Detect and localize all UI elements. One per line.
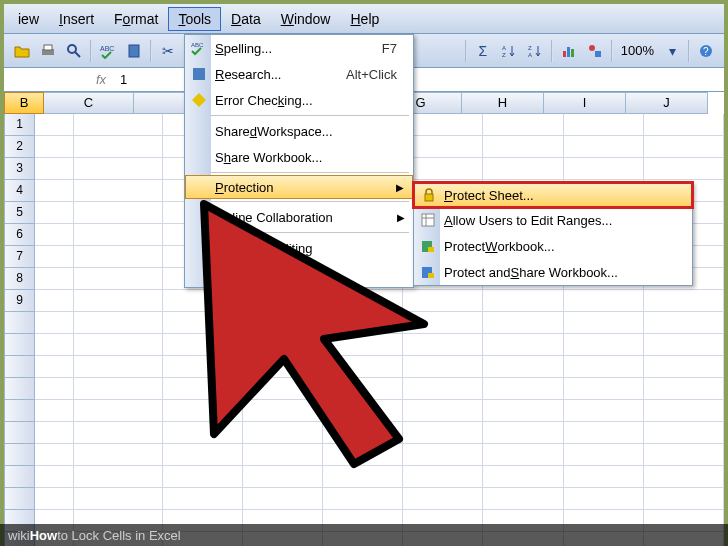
cell[interactable] <box>74 246 162 268</box>
cell[interactable] <box>403 356 483 378</box>
cell[interactable] <box>74 488 162 510</box>
cell[interactable] <box>564 444 644 466</box>
cell[interactable] <box>35 356 74 378</box>
menu-research[interactable]: Research...Alt+Click <box>185 61 413 87</box>
menu-customize[interactable]: Customize... <box>185 261 413 287</box>
menu-online-collaboration[interactable]: Online Collaboration▶ <box>185 204 413 230</box>
menu-protect-sheet[interactable]: Protect Sheet... <box>414 183 692 207</box>
cell[interactable] <box>35 114 74 136</box>
row-header[interactable] <box>4 400 35 422</box>
cell[interactable] <box>323 400 403 422</box>
cell[interactable] <box>163 356 243 378</box>
zoom-value[interactable]: 100% <box>617 43 658 58</box>
column-header-h[interactable]: H <box>462 92 544 114</box>
cell[interactable] <box>483 158 563 180</box>
cell[interactable] <box>243 378 323 400</box>
cell[interactable] <box>483 378 563 400</box>
cell[interactable] <box>243 488 323 510</box>
cell[interactable] <box>243 466 323 488</box>
cell[interactable] <box>163 334 243 356</box>
cell[interactable] <box>35 378 74 400</box>
row-header[interactable]: 4 <box>4 180 35 202</box>
cell[interactable] <box>483 488 563 510</box>
cell[interactable] <box>564 312 644 334</box>
menu-shared-workspace[interactable]: Shared Workspace... <box>185 118 413 144</box>
cell[interactable] <box>403 136 483 158</box>
cell[interactable] <box>74 114 162 136</box>
cell[interactable] <box>403 158 483 180</box>
cell[interactable] <box>163 466 243 488</box>
cell[interactable] <box>163 444 243 466</box>
row-header[interactable]: 7 <box>4 246 35 268</box>
cell[interactable] <box>644 444 724 466</box>
cell[interactable] <box>564 466 644 488</box>
cell[interactable] <box>163 400 243 422</box>
row-header[interactable] <box>4 444 35 466</box>
cell[interactable] <box>644 488 724 510</box>
cell[interactable] <box>163 488 243 510</box>
search-icon[interactable] <box>62 39 86 63</box>
cell[interactable] <box>483 290 563 312</box>
cell[interactable] <box>644 114 724 136</box>
cell[interactable] <box>243 290 323 312</box>
cell[interactable] <box>483 356 563 378</box>
cell[interactable] <box>323 444 403 466</box>
row-header[interactable]: 3 <box>4 158 35 180</box>
formula-value[interactable]: 1 <box>114 72 127 87</box>
cell[interactable] <box>483 312 563 334</box>
cell[interactable] <box>483 422 563 444</box>
cell[interactable] <box>644 136 724 158</box>
cell[interactable] <box>35 400 74 422</box>
row-header[interactable] <box>4 334 35 356</box>
menu-protect-workbook[interactable]: Protect Workbook... <box>414 233 692 259</box>
cell[interactable] <box>74 202 162 224</box>
cell[interactable] <box>243 444 323 466</box>
cell[interactable] <box>644 422 724 444</box>
cell[interactable] <box>403 334 483 356</box>
cell[interactable] <box>403 444 483 466</box>
cell[interactable] <box>564 334 644 356</box>
cell[interactable] <box>323 290 403 312</box>
cell[interactable] <box>323 312 403 334</box>
cell[interactable] <box>483 444 563 466</box>
cell[interactable] <box>74 378 162 400</box>
column-header-c[interactable]: C <box>44 92 134 114</box>
cell[interactable] <box>564 488 644 510</box>
cell[interactable] <box>644 290 724 312</box>
row-header[interactable] <box>4 312 35 334</box>
cell[interactable] <box>163 378 243 400</box>
cell[interactable] <box>403 114 483 136</box>
row-header[interactable]: 2 <box>4 136 35 158</box>
row-header[interactable] <box>4 488 35 510</box>
cell[interactable] <box>323 356 403 378</box>
cell[interactable] <box>483 114 563 136</box>
menu-help[interactable]: Help <box>340 7 389 31</box>
cut-icon[interactable]: ✂ <box>156 39 180 63</box>
cell[interactable] <box>243 334 323 356</box>
cell[interactable] <box>564 400 644 422</box>
menu-allow-users-edit-ranges[interactable]: Allow Users to Edit Ranges... <box>414 207 692 233</box>
cell[interactable] <box>74 158 162 180</box>
cell[interactable] <box>163 290 243 312</box>
help-icon[interactable]: ? <box>694 39 718 63</box>
cell[interactable] <box>74 444 162 466</box>
menu-error-checking[interactable]: Error Checking... <box>185 87 413 113</box>
menu-formula-auditing[interactable]: Formula Auditing <box>185 235 413 261</box>
menu-protect-share-workbook[interactable]: Protect and Share Workbook... <box>414 259 692 285</box>
fx-label[interactable]: fx <box>4 72 114 87</box>
row-header[interactable]: 5 <box>4 202 35 224</box>
cell[interactable] <box>35 268 74 290</box>
cell[interactable] <box>35 180 74 202</box>
menu-spelling[interactable]: ABC Spelling...F7 <box>185 35 413 61</box>
cell[interactable] <box>564 422 644 444</box>
menu-share-workbook[interactable]: Share Workbook... <box>185 144 413 170</box>
cell[interactable] <box>483 334 563 356</box>
cell[interactable] <box>35 334 74 356</box>
row-header[interactable] <box>4 378 35 400</box>
cell[interactable] <box>35 202 74 224</box>
cell[interactable] <box>403 422 483 444</box>
cell[interactable] <box>644 334 724 356</box>
menu-tools[interactable]: Tools <box>168 7 221 31</box>
cell[interactable] <box>403 312 483 334</box>
cell[interactable] <box>74 224 162 246</box>
